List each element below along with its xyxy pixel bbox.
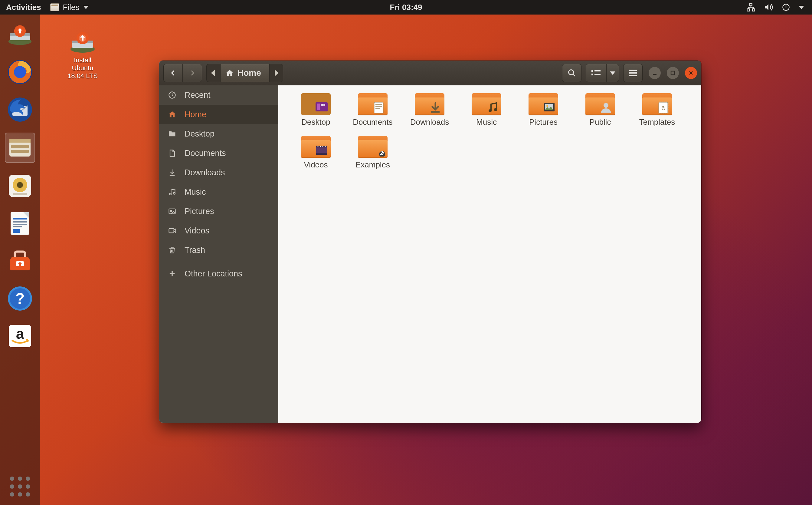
path-location-home[interactable]: Home xyxy=(220,64,269,82)
desktop-icon-label: InstallUbuntu18.04 LTS xyxy=(60,56,105,80)
folder-examples[interactable]: Examples xyxy=(344,136,401,179)
svg-rect-1 xyxy=(747,9,750,11)
path-prev-icon[interactable] xyxy=(206,64,220,82)
sidebar-item-documents[interactable]: Documents xyxy=(159,144,278,163)
desktop-icon-install-ubuntu[interactable]: InstallUbuntu18.04 LTS xyxy=(60,30,105,80)
sidebar-item-label: Home xyxy=(185,110,206,119)
content-area[interactable]: DesktopDocumentsDownloadsMusicPicturesPu… xyxy=(278,86,701,423)
folder-icon xyxy=(301,136,331,158)
dock-item-libreoffice-writer[interactable] xyxy=(5,209,34,238)
folder-label: Templates xyxy=(639,118,675,127)
app-menu-label: Files xyxy=(63,3,79,12)
sidebar-item-label: Documents xyxy=(185,149,226,158)
app-menu[interactable]: Files xyxy=(50,3,89,12)
videos-icon xyxy=(167,225,177,236)
sidebar-item-trash[interactable]: Trash xyxy=(159,240,278,260)
svg-rect-24 xyxy=(13,226,22,227)
svg-rect-41 xyxy=(629,69,637,71)
svg-text:a: a xyxy=(16,326,24,342)
folder-icon xyxy=(167,129,177,139)
dock-item-help[interactable]: ? xyxy=(5,284,34,313)
sidebar-item-downloads[interactable]: Downloads xyxy=(159,163,278,182)
amazon-icon: a xyxy=(7,323,33,349)
status-area[interactable] xyxy=(746,2,812,12)
dock: ?a xyxy=(0,15,40,505)
svg-rect-54 xyxy=(321,104,323,106)
install-ubuntu-icon xyxy=(7,21,33,47)
svg-rect-44 xyxy=(653,74,656,75)
forward-button[interactable] xyxy=(183,64,202,82)
sidebar-item-pictures[interactable]: Pictures xyxy=(159,202,278,221)
path-bar[interactable]: Home xyxy=(206,64,283,82)
sidebar-item-label: Music xyxy=(185,187,206,197)
folder-videos[interactable]: Videos xyxy=(287,136,344,179)
sidebar-item-recent[interactable]: Recent xyxy=(159,86,278,105)
trash-icon xyxy=(167,245,177,255)
pictures-icon xyxy=(167,206,177,216)
svg-point-18 xyxy=(17,182,23,188)
hamburger-menu-button[interactable] xyxy=(623,64,642,82)
sidebar-item-videos[interactable]: Videos xyxy=(159,221,278,240)
svg-rect-42 xyxy=(629,72,637,73)
dock-item-firefox[interactable] xyxy=(5,57,34,87)
files-icon xyxy=(50,3,59,11)
back-button[interactable] xyxy=(164,64,183,82)
svg-rect-58 xyxy=(375,106,382,107)
dock-item-thunderbird[interactable] xyxy=(5,95,34,124)
folder-downloads[interactable]: Downloads xyxy=(401,93,458,136)
folder-label: Music xyxy=(476,118,497,127)
svg-text:?: ? xyxy=(15,290,25,307)
clock-icon xyxy=(167,90,177,100)
folder-desktop[interactable]: Desktop xyxy=(287,93,344,136)
svg-point-48 xyxy=(173,193,175,194)
home-icon xyxy=(225,69,234,77)
svg-rect-53 xyxy=(317,104,320,110)
dock-item-amazon[interactable]: a xyxy=(5,322,34,351)
sidebar-item-label: Videos xyxy=(185,226,209,235)
clock[interactable]: Fri 03:49 xyxy=(390,3,422,12)
window-maximize-button[interactable] xyxy=(667,67,679,79)
chevron-down-icon xyxy=(799,6,804,9)
sidebar-item-other-locations[interactable]: Other Locations xyxy=(159,264,278,283)
view-dropdown-button[interactable] xyxy=(606,64,619,82)
activities-button[interactable]: Activities xyxy=(6,3,41,12)
folder-public[interactable]: Public xyxy=(572,93,629,136)
window-close-button[interactable] xyxy=(685,67,697,79)
sidebar-item-music[interactable]: Music xyxy=(159,182,278,202)
dock-item-rhythmbox[interactable] xyxy=(5,171,34,200)
view-list-button[interactable] xyxy=(586,64,606,82)
sidebar-item-home[interactable]: Home xyxy=(159,105,278,124)
svg-point-47 xyxy=(170,193,171,195)
folder-templates[interactable]: aTemplates xyxy=(629,93,686,136)
svg-rect-40 xyxy=(594,74,600,75)
window-minimize-button[interactable] xyxy=(648,67,661,79)
svg-rect-2 xyxy=(752,9,755,11)
folder-documents[interactable]: Documents xyxy=(344,93,401,136)
network-icon xyxy=(746,2,756,12)
svg-point-66 xyxy=(603,103,608,108)
libreoffice-writer-icon xyxy=(7,210,33,236)
download-icon xyxy=(167,167,177,178)
sidebar-item-desktop[interactable]: Desktop xyxy=(159,124,278,144)
header-bar: Home xyxy=(159,60,701,86)
files-window: Home RecentHomeDesktopDocumentsDownloads… xyxy=(159,60,701,423)
svg-point-36 xyxy=(569,70,574,75)
search-button[interactable] xyxy=(562,64,581,82)
top-bar: Activities Files Fri 03:49 xyxy=(0,0,812,15)
path-next-icon[interactable] xyxy=(269,64,283,82)
dock-item-files[interactable] xyxy=(5,133,35,163)
sidebar-item-label: Downloads xyxy=(185,168,225,177)
dock-item-ubuntu-software[interactable] xyxy=(5,246,34,276)
svg-rect-43 xyxy=(629,75,637,76)
folder-label: Pictures xyxy=(529,118,558,127)
svg-rect-72 xyxy=(316,153,327,155)
svg-rect-51 xyxy=(169,228,174,233)
folder-music[interactable]: Music xyxy=(458,93,515,136)
dock-item-install-ubuntu[interactable] xyxy=(5,20,34,49)
plus-icon xyxy=(167,269,177,279)
svg-point-9 xyxy=(14,66,26,78)
folder-pictures[interactable]: Pictures xyxy=(515,93,572,136)
svg-text:a: a xyxy=(661,104,665,111)
sidebar-item-label: Other Locations xyxy=(185,269,242,279)
svg-rect-38 xyxy=(591,73,593,75)
